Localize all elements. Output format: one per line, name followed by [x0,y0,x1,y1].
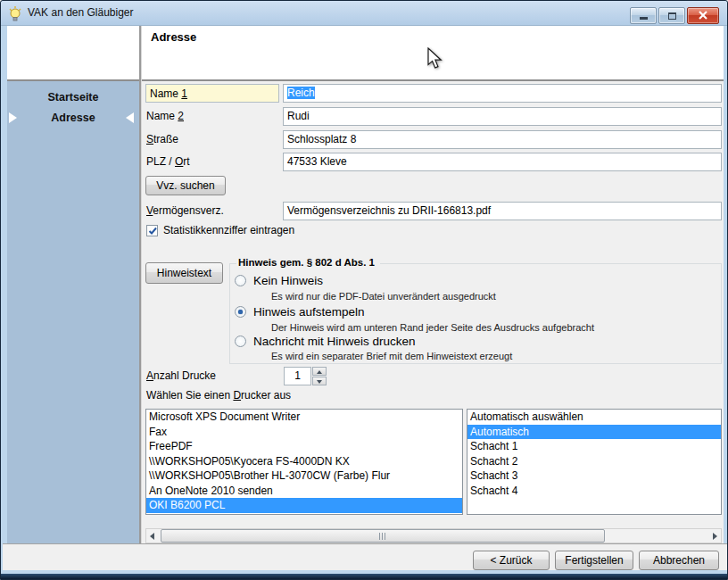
strasse-input[interactable]: Schlossplatz 8 [283,130,722,149]
window-bottom-edge [1,574,728,579]
maximize-button[interactable] [658,7,685,24]
lightbulb-icon [8,6,22,22]
sidebar-item-adresse[interactable]: Adresse [7,111,139,125]
plz-ort-label: PLZ / Ort [146,153,190,171]
tray-list-item[interactable]: Schacht 1 [467,439,721,454]
cancel-button[interactable]: Abbrechen [639,551,719,570]
statistik-checkbox[interactable]: Statistikkennziffer eintragen [146,224,294,236]
printer-list-item[interactable]: Microsoft XPS Document Writer [146,410,462,425]
name2-input[interactable]: Rudi [283,107,722,126]
window-titlebar[interactable]: VAK an den Gläubiger [1,1,727,26]
mouse-cursor-icon [427,47,447,70]
spinner-up-button[interactable] [312,367,327,376]
footer-bar: < Zurück Fertigstellen Abbrechen [3,543,727,570]
active-item-arrow-left-icon [9,112,17,123]
checkbox-checked-icon [146,225,158,236]
arrow-down-icon [317,380,322,384]
form-panel: Name 1 Reich Name 2 Rudi Straße Schlossp… [142,81,724,543]
strasse-label: Straße [146,130,178,149]
tray-list-item[interactable]: Schacht 2 [467,454,721,469]
sidebar: Startseite Adresse [7,81,139,543]
horizontal-scrollbar[interactable] [145,528,722,543]
header-left-panel [7,26,139,79]
scrollbar-thumb[interactable] [161,529,605,543]
wizard-window: VAK an den Gläubiger Adresse Startseite … [0,0,728,580]
radio-description: Der Hinweis wird am unteren Rand jeder S… [271,322,594,333]
scroll-left-button[interactable] [146,529,160,543]
checkbox-label: Statistikkennziffer eintragen [163,224,294,236]
sidebar-item-startseite[interactable]: Startseite [7,90,139,104]
tray-list-item[interactable]: Schacht 3 [467,468,721,484]
radio-nachricht-drucken[interactable]: Nachricht mit Hinweis drucken [235,335,416,348]
close-icon [688,8,718,23]
finish-button[interactable]: Fertigstellen [555,551,633,570]
active-item-arrow-right-icon [126,112,134,123]
hinweis-group-caption: Hinweis gem. § 802 d Abs. 1 [236,257,380,268]
radio-description: Es wird ein separater Brief mit dem Hinw… [271,351,512,361]
maximize-icon [668,12,676,20]
vermoegensverz-label: Vermögensverz. [146,202,224,220]
page-title: Adresse [151,30,196,44]
anzahl-drucke-spinner [312,367,327,385]
name1-input[interactable]: Reich [283,84,722,103]
window-title: VAK an den Gläubiger [28,6,134,19]
minimize-icon [640,17,648,20]
anzahl-drucke-label: Anzahl Drucke [146,367,216,385]
arrow-right-icon [713,533,717,540]
radio-kein-hinweis[interactable]: Kein Hinweis [235,274,323,287]
tray-listbox[interactable]: Automatisch auswählen Automatisch Schach… [467,409,722,515]
hinweistext-button[interactable]: Hinweistext [145,262,223,284]
selected-text: Reich [287,87,315,99]
printer-list-item[interactable]: An OneNote 2010 senden [146,484,462,499]
name1-label: Name 1 [145,84,279,103]
printer-list-item[interactable]: Fax [146,425,462,440]
radio-unselected-icon [235,275,246,286]
arrow-left-icon [150,533,154,540]
grip-icon [379,533,386,540]
printer-list-item-selected[interactable]: OKI B6200 PCL [146,498,462,513]
plz-ort-input[interactable]: 47533 Kleve [283,153,722,171]
radio-description: Es wird nur die PDF-Datei unverändert au… [271,291,496,302]
vvz-suchen-button[interactable]: Vvz. suchen [145,176,226,195]
radio-hinweis-aufstempeln[interactable]: Hinweis aufstempeln [235,305,365,319]
radio-unselected-icon [235,336,246,347]
back-button[interactable]: < Zurück [473,551,550,570]
minimize-button[interactable] [630,7,657,24]
name2-label: Name 2 [146,107,184,126]
tray-list-item-selected[interactable]: Automatisch [467,425,721,440]
printer-list-item[interactable]: FreePDF [146,439,462,454]
drucker-prompt: Wählen Sie einen Drucker aus [146,386,291,405]
printer-list-item[interactable]: \\WORKSHOP05\Brother HL-3070CW (Farbe) F… [146,468,462,484]
anzahl-drucke-input[interactable]: 1 [284,367,311,385]
printer-list-item[interactable]: \\WORKSHOP05\Kyocera FS-4000DN KX [146,454,462,469]
tray-list-item[interactable]: Schacht 4 [467,484,721,499]
tray-list-item[interactable]: Automatisch auswählen [467,410,721,425]
arrow-up-icon [317,370,322,374]
vermoegensverz-input[interactable]: Vermögensverzeichnis zu DRII-166813.pdf [283,202,722,220]
caption-buttons [630,7,719,24]
radio-selected-icon [235,306,246,318]
printer-listbox[interactable]: Microsoft XPS Document Writer Fax FreePD… [145,409,463,515]
close-button[interactable] [687,7,719,24]
spinner-down-button[interactable] [312,377,327,385]
scroll-right-button[interactable] [707,529,721,543]
